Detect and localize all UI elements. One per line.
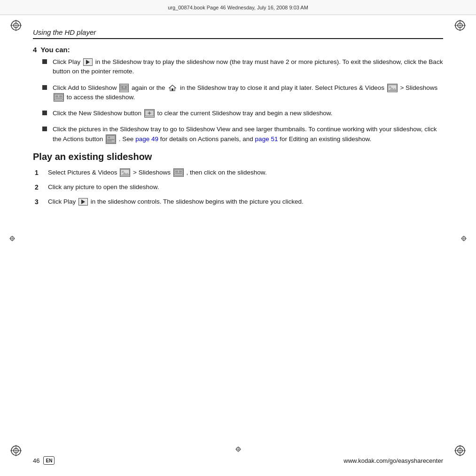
svg-rect-27	[125, 86, 127, 88]
header-bar: urg_00874.book Page 46 Wednesday, July 1…	[0, 0, 476, 15]
add-slideshow-icon	[119, 84, 129, 92]
step3-play-icon	[78, 198, 88, 206]
bullet-item-1: Click Play in the Slideshow tray to play…	[42, 57, 443, 77]
title-rule	[33, 38, 443, 39]
home-icon	[168, 84, 177, 92]
actions-icon	[106, 135, 116, 144]
step1-text-before: Select Pictures & Videos	[48, 169, 119, 176]
numbered-step-2: 2 Click any picture to open the slidesho…	[35, 182, 443, 192]
play-icon	[83, 58, 93, 66]
bullet4-link1[interactable]: page 49	[135, 135, 158, 143]
step3-content: Click Play in the slideshow controls. Th…	[48, 197, 304, 206]
svg-rect-30	[172, 88, 173, 91]
step4-label: 4 You can:	[33, 46, 443, 54]
side-mark-right	[461, 235, 467, 241]
step-num-3: 3	[35, 197, 42, 207]
bullet-item-3: Click the New Slideshow button to clear …	[42, 109, 443, 118]
svg-rect-43	[108, 139, 115, 140]
bullet-content-4: Click the pictures in the Slideshow tray…	[53, 125, 443, 144]
bullet-content-1: Click Play in the Slideshow tray to play…	[53, 57, 443, 77]
numbered-step-3: 3 Click Play in the slideshow controls. …	[35, 197, 443, 207]
bullet2-chevron: > Slideshows	[400, 84, 437, 91]
step1-chevron: > Slideshows	[133, 169, 172, 176]
svg-rect-37	[55, 98, 62, 99]
bullet-content-3: Click the New Slideshow button to clear …	[53, 109, 443, 118]
svg-rect-49	[175, 171, 178, 173]
step1-text-end: , then click on the slideshow.	[187, 169, 267, 176]
section-heading: Play an existing slideshow	[33, 151, 443, 162]
svg-rect-44	[108, 141, 112, 142]
bullet-item-4: Click the pictures in the Slideshow tray…	[42, 125, 443, 144]
page-title: Using the HD player	[33, 28, 443, 36]
corner-mark-br	[453, 444, 467, 457]
svg-rect-26	[121, 86, 124, 88]
bullet2-text-before: Click Add to Slideshow	[53, 84, 118, 91]
bullet-square-1	[42, 59, 47, 64]
svg-point-32	[389, 86, 391, 88]
svg-rect-28	[121, 88, 127, 89]
svg-rect-50	[179, 171, 182, 173]
bullet-list: Click Play in the Slideshow tray to play…	[42, 57, 443, 144]
step3-text-before: Click Play	[48, 198, 78, 205]
step1-content: Select Pictures & Videos > Slideshows	[48, 168, 267, 177]
bullet1-text-after: in the Slideshow tray to play the slides…	[53, 58, 443, 75]
bullet4-text2: . See	[119, 135, 135, 143]
step2-text: Click any picture to open the slideshow.	[48, 182, 159, 192]
svg-rect-41	[107, 135, 115, 143]
numbered-steps: 1 Select Pictures & Videos > Slideshows	[35, 168, 443, 207]
slideshows-icon	[54, 93, 64, 102]
side-mark-left	[9, 235, 15, 241]
pictures-videos-icon	[387, 84, 398, 92]
corner-mark-tr	[453, 19, 467, 32]
header-text: urg_00874.book Page 46 Wednesday, July 1…	[168, 5, 308, 10]
play-triangle	[86, 60, 90, 64]
step1-pictures-icon	[120, 168, 130, 177]
step3-play-triangle	[81, 199, 85, 204]
bullet4-link2[interactable]: page 51	[255, 135, 278, 143]
numbered-step-1: 1 Select Pictures & Videos > Slideshows	[35, 168, 443, 178]
footer-url: www.kodak.com/go/easysharecenter	[343, 457, 443, 464]
bullet-content-2: Click Add to Slideshow again or the	[53, 83, 443, 103]
bullet4-text3: for details on Actions panels, and	[160, 135, 255, 143]
bullet2-text-after: in the Slideshow tray to close it and pl…	[180, 84, 386, 91]
svg-rect-51	[175, 173, 182, 174]
step1-slideshows-icon	[173, 168, 184, 177]
footer-page-num: 46 EN	[33, 456, 55, 465]
svg-point-42	[109, 136, 110, 138]
content-area: Using the HD player 4 You can: Click Pla…	[33, 28, 443, 438]
bottom-center-mark	[235, 446, 241, 452]
corner-mark-bl	[9, 444, 23, 457]
bullet-square-3	[42, 111, 47, 115]
bullet4-text4: for Editing an existing slideshow.	[280, 135, 371, 143]
footer: 46 EN www.kodak.com/go/easysharecenter	[33, 456, 443, 465]
bullet-square-4	[42, 127, 47, 131]
svg-point-46	[122, 171, 125, 173]
bullet2-text-again: again or the	[132, 84, 167, 91]
corner-mark-tl	[9, 19, 23, 32]
bullet2-text-end: to access the slideshow.	[67, 94, 135, 101]
new-slideshow-icon	[144, 109, 155, 118]
bullet1-text-before: Click Play	[53, 58, 82, 65]
bullet-square-2	[42, 85, 47, 90]
svg-rect-36	[59, 95, 62, 98]
step-num-1: 1	[35, 168, 42, 178]
page-number: 46	[33, 457, 39, 464]
svg-rect-35	[55, 95, 58, 98]
bullet-item-2: Click Add to Slideshow again or the	[42, 83, 443, 103]
bullet3-text-after: to clear the current Slideshow tray and …	[157, 110, 333, 117]
step3-text-after: in the slideshow controls. The slideshow…	[91, 198, 304, 205]
en-badge: EN	[43, 456, 55, 465]
step-num-2: 2	[35, 182, 42, 192]
bullet3-text-before: Click the New Slideshow button	[53, 110, 143, 117]
